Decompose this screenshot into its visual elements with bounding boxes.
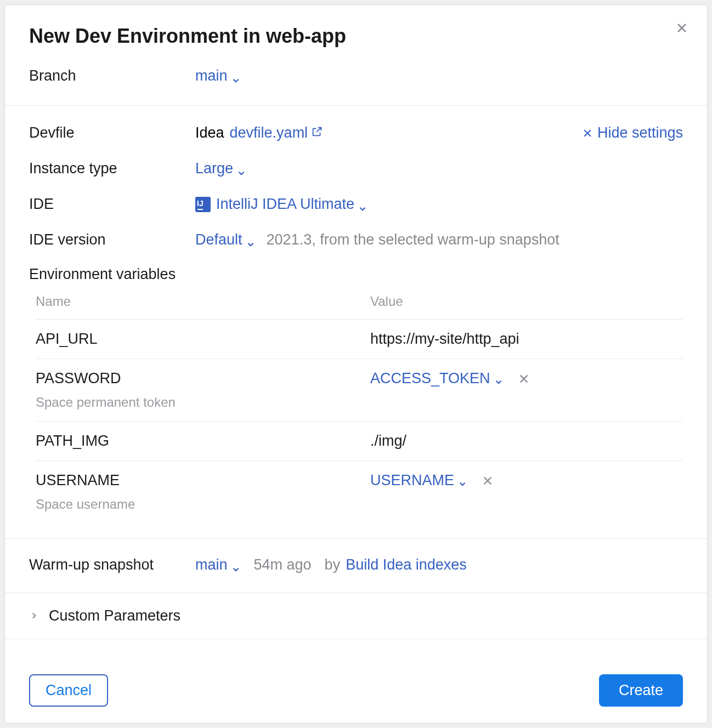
ide-version-hint: 2021.3, from the selected warm-up snapsh… bbox=[267, 230, 560, 249]
ide-label: IDE bbox=[29, 195, 195, 214]
branch-label: Branch bbox=[29, 66, 195, 86]
devfile-prefix: Idea bbox=[195, 123, 224, 143]
chevron-down-icon bbox=[231, 71, 241, 81]
snapshot-by: by bbox=[325, 555, 341, 575]
snapshot-branch-dropdown[interactable]: main bbox=[195, 555, 241, 575]
env-vars-label: Environment variables bbox=[29, 266, 683, 283]
hide-settings-label: Hide settings bbox=[597, 123, 683, 143]
env-var-value: ./img/ bbox=[370, 433, 406, 450]
env-var-value: ACCESS_TOKEN bbox=[370, 370, 490, 387]
env-vars-table: Name Value API_URLhttps://my-site/http_a… bbox=[36, 294, 683, 523]
create-button[interactable]: Create bbox=[599, 674, 683, 707]
snapshot-job-link[interactable]: Build Idea indexes bbox=[346, 555, 467, 575]
env-var-hint: Space permanent token bbox=[36, 395, 683, 410]
branch-section: Branch main bbox=[5, 48, 707, 106]
env-var-hint: Space username bbox=[36, 497, 683, 512]
intellij-icon: IJ bbox=[195, 197, 211, 212]
custom-parameters-label: Custom Parameters bbox=[49, 607, 180, 624]
chevron-down-icon bbox=[236, 164, 246, 174]
instance-type-value: Large bbox=[195, 159, 233, 178]
chevron-down-icon bbox=[246, 235, 256, 245]
snapshot-section: Warm-up snapshot main 54m ago by Build I… bbox=[5, 539, 707, 593]
dialog-header: New Dev Environment in web-app bbox=[5, 5, 707, 48]
devfile-link[interactable]: devfile.yaml bbox=[230, 123, 324, 143]
instance-type-label: Instance type bbox=[29, 159, 195, 178]
env-var-name: API_URL bbox=[36, 331, 370, 348]
custom-parameters-section: Custom Parameters bbox=[5, 593, 707, 639]
chevron-right-icon bbox=[29, 607, 39, 624]
env-row: USERNAMEUSERNAMESpace username bbox=[36, 461, 683, 523]
new-dev-env-dialog: New Dev Environment in web-app Branch ma… bbox=[4, 4, 708, 724]
chevron-down-icon bbox=[358, 200, 368, 209]
devfile-label: Devfile bbox=[29, 123, 195, 143]
custom-parameters-toggle[interactable]: Custom Parameters bbox=[29, 607, 683, 624]
env-row: PATH_IMG./img/ bbox=[36, 422, 683, 461]
env-var-value-dropdown[interactable]: ACCESS_TOKEN bbox=[370, 370, 504, 387]
ide-value: IntelliJ IDEA Ultimate bbox=[216, 195, 354, 214]
ide-version-label: IDE version bbox=[29, 230, 195, 249]
env-table-header: Name Value bbox=[36, 294, 683, 320]
ide-version-value: Default bbox=[195, 230, 242, 249]
external-link-icon bbox=[311, 123, 323, 143]
snapshot-branch: main bbox=[195, 555, 228, 575]
close-button[interactable] bbox=[673, 19, 691, 37]
hide-settings-button[interactable]: Hide settings bbox=[582, 123, 683, 143]
env-row: PASSWORDACCESS_TOKENSpace permanent toke… bbox=[36, 359, 683, 422]
env-var-remove-button[interactable] bbox=[482, 475, 494, 487]
env-row: API_URLhttps://my-site/http_api bbox=[36, 320, 683, 359]
branch-value: main bbox=[195, 66, 228, 86]
env-var-name: PASSWORD bbox=[36, 370, 370, 387]
chevron-down-icon bbox=[231, 560, 241, 570]
dialog-footer: Cancel Create bbox=[5, 660, 707, 723]
env-var-value: USERNAME bbox=[370, 472, 454, 489]
env-header-name: Name bbox=[36, 294, 370, 309]
env-header-value: Value bbox=[370, 294, 683, 309]
ide-version-dropdown[interactable]: Default bbox=[195, 230, 256, 249]
snapshot-label: Warm-up snapshot bbox=[29, 555, 195, 575]
chevron-down-icon bbox=[494, 374, 504, 384]
env-var-name: USERNAME bbox=[36, 472, 370, 489]
env-var-value: https://my-site/http_api bbox=[370, 331, 519, 348]
close-icon bbox=[675, 21, 688, 35]
instance-type-dropdown[interactable]: Large bbox=[195, 159, 246, 178]
cancel-button[interactable]: Cancel bbox=[29, 674, 108, 707]
close-icon bbox=[582, 128, 593, 139]
chevron-down-icon bbox=[457, 476, 467, 486]
ide-dropdown[interactable]: IntelliJ IDEA Ultimate bbox=[216, 195, 368, 214]
devfile-filename: devfile.yaml bbox=[230, 123, 308, 143]
dialog-title: New Dev Environment in web-app bbox=[29, 25, 683, 48]
env-var-remove-button[interactable] bbox=[518, 373, 530, 385]
env-var-name: PATH_IMG bbox=[36, 433, 370, 450]
settings-section: Devfile Idea devfile.yaml Hide settings … bbox=[5, 106, 707, 539]
env-var-value-dropdown[interactable]: USERNAME bbox=[370, 472, 467, 489]
snapshot-time: 54m ago bbox=[254, 555, 312, 575]
branch-dropdown[interactable]: main bbox=[195, 66, 241, 86]
